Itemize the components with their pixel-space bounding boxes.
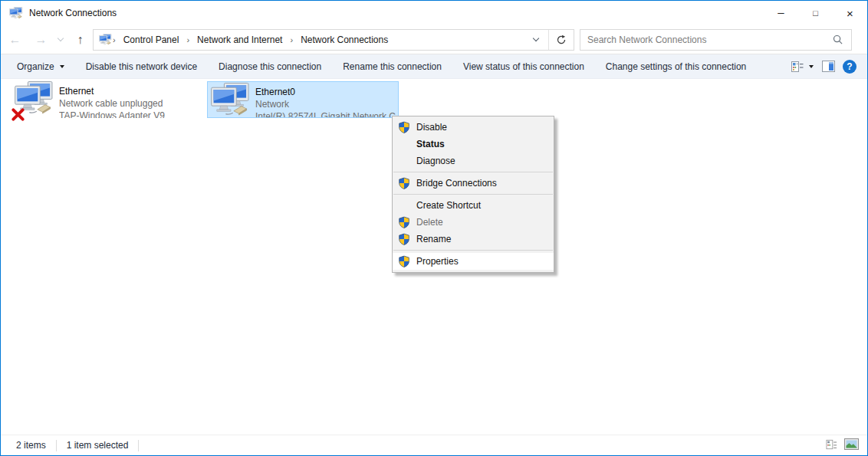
breadcrumb-item-control-panel[interactable]: Control Panel (117, 30, 186, 50)
divider (56, 440, 57, 451)
preview-pane-button[interactable] (818, 57, 839, 77)
change-settings-button[interactable]: Change settings of this connection (595, 54, 757, 78)
large-icons-view-toggle[interactable] (844, 438, 859, 452)
up-button[interactable]: ↑ (67, 28, 93, 51)
search-input[interactable] (580, 30, 824, 50)
connection-device: Intel(R) 82574L Gigabit Network C... (255, 110, 398, 117)
items-count: 2 items (16, 440, 46, 451)
toolbar-right-icons: ? (787, 57, 867, 77)
connection-name: Ethernet (59, 85, 165, 97)
forward-button[interactable]: → (29, 28, 53, 51)
help-icon: ? (843, 60, 856, 74)
divider (138, 440, 139, 451)
uac-shield-icon (398, 233, 410, 245)
menu-item-disable[interactable]: Disable (393, 119, 554, 136)
connection-name: Ethernet0 (255, 86, 398, 98)
uac-shield-icon (398, 121, 410, 133)
close-button[interactable]: × (833, 1, 867, 25)
network-connections-window: Network Connections – □ × ← → ↑ › Contro… (0, 0, 868, 456)
diagnose-connection-button[interactable]: Diagnose this connection (208, 54, 332, 78)
change-view-button[interactable] (787, 57, 818, 77)
connection-item-ethernet[interactable]: Ethernet Network cable unplugged TAP-Win… (12, 81, 203, 118)
uac-shield-icon (398, 177, 410, 189)
context-menu: Disable Status Diagnose Bridge Connectio… (392, 116, 554, 273)
menu-separator (393, 172, 553, 172)
search-box (580, 29, 852, 51)
menu-item-bridge-connections[interactable]: Bridge Connections (393, 175, 554, 192)
location-icon (99, 34, 112, 45)
menu-item-create-shortcut[interactable]: Create Shortcut (393, 197, 554, 214)
command-bar: Organize Disable this network device Dia… (1, 54, 867, 79)
connections-list: Ethernet Network cable unplugged TAP-Win… (1, 79, 867, 435)
unplugged-x-icon (11, 107, 25, 124)
details-view-toggle[interactable] (826, 439, 837, 452)
menu-item-rename[interactable]: Rename (393, 231, 554, 248)
breadcrumb-item-network-connections[interactable]: Network Connections (294, 30, 395, 50)
preview-pane-icon (822, 61, 835, 72)
minimize-button[interactable]: – (764, 1, 798, 25)
disable-device-button[interactable]: Disable this network device (75, 54, 208, 78)
caret-down-icon (809, 65, 814, 68)
app-icon (9, 7, 23, 19)
uac-shield-icon (398, 216, 410, 228)
connection-status: Network cable unplugged (59, 97, 165, 110)
uac-shield-icon (398, 255, 410, 267)
window-title: Network Connections (29, 8, 117, 18)
search-icon[interactable] (824, 34, 851, 44)
connection-status: Network (255, 98, 398, 110)
organize-button[interactable]: Organize (6, 54, 75, 78)
address-bar[interactable]: › Control Panel › Network and Internet ›… (93, 29, 574, 51)
refresh-icon (556, 34, 567, 45)
view-status-button[interactable]: View status of this connection (452, 54, 595, 78)
caret-down-icon (60, 65, 64, 68)
window-controls: – □ × (764, 1, 867, 25)
title-bar: Network Connections – □ × (1, 1, 867, 25)
selected-count: 1 item selected (67, 440, 129, 451)
maximize-button[interactable]: □ (798, 1, 833, 25)
breadcrumb-item-network-and-internet[interactable]: Network and Internet (190, 30, 289, 50)
recent-locations-button[interactable] (53, 28, 67, 51)
status-bar: 2 items 1 item selected (1, 435, 867, 455)
network-adapter-icon (12, 81, 56, 118)
chevron-down-icon (57, 35, 63, 41)
network-adapter-icon (208, 82, 252, 117)
chevron-down-icon (532, 35, 538, 41)
connection-device: TAP-Windows Adapter V9 (59, 110, 165, 118)
back-button[interactable]: ← (1, 28, 29, 51)
menu-item-status[interactable]: Status (393, 136, 554, 153)
menu-separator (393, 250, 553, 251)
menu-item-properties[interactable]: Properties (393, 253, 554, 270)
menu-item-delete[interactable]: Delete (393, 214, 554, 231)
menu-separator (393, 194, 553, 195)
help-button[interactable]: ? (839, 57, 860, 77)
refresh-button[interactable] (549, 30, 574, 50)
menu-item-diagnose[interactable]: Diagnose (393, 153, 554, 169)
details-view-icon (791, 61, 804, 73)
connection-item-ethernet0[interactable]: Ethernet0 Network Intel(R) 82574L Gigabi… (207, 81, 399, 118)
navigation-bar: ← → ↑ › Control Panel › Network and Inte… (1, 25, 867, 54)
address-dropdown-button[interactable] (523, 30, 548, 50)
rename-connection-button[interactable]: Rename this connection (332, 54, 452, 78)
